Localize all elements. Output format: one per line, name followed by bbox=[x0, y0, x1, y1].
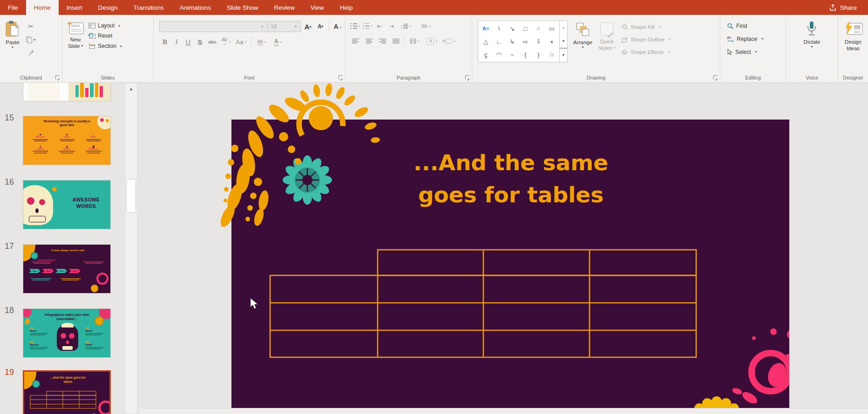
line-spacing-button[interactable]: ↕▾ bbox=[399, 21, 413, 31]
shape-rectangle[interactable]: □ bbox=[519, 22, 532, 35]
shape-arc[interactable]: ◠ bbox=[492, 48, 505, 61]
clear-formatting-button[interactable]: A bbox=[332, 21, 344, 32]
font-color-button[interactable]: A▾ bbox=[270, 37, 286, 47]
shape-triangle[interactable]: △ bbox=[479, 35, 492, 48]
share-label: Share bbox=[840, 4, 857, 11]
clipboard-dialog-launcher[interactable] bbox=[55, 75, 60, 80]
copy-button[interactable]: ▾ bbox=[25, 34, 36, 45]
tab-design[interactable]: Design bbox=[90, 0, 126, 15]
text-direction-icon: ‖A bbox=[422, 23, 427, 29]
shape-freeform[interactable]: ◖ bbox=[545, 35, 558, 48]
replace-button[interactable]: ab↳ac Replace ▾ bbox=[727, 34, 786, 43]
shape-star[interactable]: ☆ bbox=[545, 48, 558, 61]
arrange-button[interactable]: Arrange ▾ bbox=[573, 20, 592, 62]
character-spacing-button[interactable]: AV↔ ▾ bbox=[219, 37, 233, 47]
thumbnail-slide-19-selected[interactable]: ...And the same goes for tables bbox=[23, 370, 111, 414]
tab-review[interactable]: Review bbox=[266, 0, 302, 15]
shapes-scroll-down[interactable]: ▼ bbox=[560, 34, 567, 48]
shape-effects-button[interactable]: Shape Effects▾ bbox=[621, 47, 671, 56]
highlight-color-button[interactable]: ab▾ bbox=[254, 37, 270, 47]
shape-line-arrow[interactable]: ↘ bbox=[506, 22, 519, 35]
shape-line[interactable]: \ bbox=[492, 22, 505, 35]
layout-button[interactable]: Layout▾ bbox=[88, 22, 122, 29]
shape-elbow-arrow[interactable]: ↳ bbox=[506, 35, 519, 48]
tab-animations[interactable]: Animations bbox=[172, 0, 219, 15]
tab-insert[interactable]: Insert bbox=[59, 0, 90, 15]
shape-outline-button[interactable]: Shape Outline▾ bbox=[621, 35, 671, 44]
paste-button[interactable]: Paste ▾ bbox=[5, 20, 20, 58]
shrink-font-button[interactable]: A▾ bbox=[315, 21, 326, 32]
align-left-button[interactable] bbox=[350, 36, 360, 46]
change-case-button[interactable]: Aa▾ bbox=[234, 37, 249, 47]
bullets-button[interactable]: ▾ bbox=[350, 21, 360, 31]
select-button[interactable]: Select ▾ bbox=[727, 47, 786, 56]
underline-button[interactable]: U bbox=[183, 37, 194, 47]
text-shadow-button[interactable]: S bbox=[194, 37, 205, 47]
increase-indent-button[interactable]: ⇥ bbox=[387, 21, 397, 31]
align-text-button[interactable]: ⇅▾ bbox=[425, 36, 439, 46]
thumbnail-slide-14-partial[interactable] bbox=[23, 83, 111, 101]
horizontal-scrollbar[interactable] bbox=[140, 408, 868, 414]
slide-title[interactable]: ...And the same goes for tables bbox=[366, 147, 655, 211]
tab-view[interactable]: View bbox=[303, 0, 332, 15]
shape-left-brace[interactable]: { bbox=[519, 48, 532, 61]
decrease-indent-icon: ⇤ bbox=[377, 23, 382, 30]
thumbnail-scrollbar-thumb[interactable] bbox=[126, 179, 136, 213]
font-name-combobox[interactable]: ▾ bbox=[159, 21, 267, 32]
select-cursor-icon bbox=[727, 49, 732, 55]
section-icon bbox=[88, 43, 95, 49]
shape-fill-button[interactable]: Shape Fill▾ bbox=[621, 22, 671, 31]
text-direction-button[interactable]: ‖A▾ bbox=[418, 21, 434, 31]
shape-rounded-rectangle[interactable]: ▭ bbox=[545, 22, 558, 35]
italic-button[interactable]: I bbox=[171, 37, 182, 47]
decrease-indent-button[interactable]: ⇤ bbox=[374, 21, 385, 31]
design-ideas-button[interactable]: Design Ideas bbox=[843, 20, 863, 52]
tab-home[interactable]: Home bbox=[26, 0, 59, 15]
bold-button[interactable]: B bbox=[159, 37, 170, 47]
shapes-more-button[interactable]: ▼ bbox=[560, 48, 567, 62]
shape-curve[interactable]: ~ bbox=[506, 48, 519, 61]
tab-transitions[interactable]: Transitions bbox=[126, 0, 172, 15]
thumbnail-slide-18[interactable]: Infographics make your idea understable.… bbox=[23, 308, 111, 358]
tab-slide-show[interactable]: Slide Show bbox=[219, 0, 266, 15]
dictate-button[interactable]: Dictate ▾ bbox=[804, 20, 821, 49]
align-center-button[interactable] bbox=[364, 36, 374, 46]
paragraph-dialog-launcher[interactable] bbox=[465, 75, 469, 80]
shape-text-box[interactable]: A≡ bbox=[479, 22, 492, 35]
share-button[interactable]: Share bbox=[818, 0, 868, 15]
columns-button[interactable]: ▾ bbox=[408, 36, 422, 46]
slide-table[interactable] bbox=[270, 250, 696, 357]
cut-button[interactable]: ✂ bbox=[25, 21, 36, 32]
convert-smartart-button[interactable]: ▾ bbox=[442, 36, 456, 46]
shapes-scroll-up[interactable]: ▲ bbox=[560, 21, 567, 34]
shape-right-brace[interactable]: } bbox=[532, 48, 545, 61]
format-painter-button[interactable] bbox=[25, 47, 36, 58]
font-dialog-launcher[interactable] bbox=[339, 75, 343, 80]
quick-styles-button[interactable]: Quick Styles▾ bbox=[598, 20, 616, 62]
grow-font-button[interactable]: A▴ bbox=[302, 21, 314, 32]
section-button[interactable]: Section▾ bbox=[88, 43, 122, 49]
thumbnail-slide-16[interactable]: AWESOME WORDS bbox=[23, 180, 111, 229]
tab-file[interactable]: File bbox=[0, 0, 26, 15]
font-size-combobox[interactable]: 16▾ bbox=[268, 21, 301, 32]
strikethrough-button[interactable]: abc bbox=[206, 37, 219, 47]
numbering-button[interactable]: ▾ bbox=[362, 21, 373, 31]
slide-canvas[interactable]: ...And the same goes for tables bbox=[140, 83, 868, 414]
drawing-dialog-launcher[interactable] bbox=[713, 75, 718, 80]
tab-help[interactable]: Help bbox=[332, 0, 361, 15]
thumbnail-scrollbar[interactable]: ▲ bbox=[125, 83, 137, 414]
reset-button[interactable]: Reset bbox=[88, 33, 122, 39]
shape-arrow-down[interactable]: ⇩ bbox=[532, 35, 545, 48]
shape-arrow-right[interactable]: ⇨ bbox=[519, 35, 532, 48]
shape-scribble[interactable]: ϛ bbox=[479, 48, 492, 61]
thumbnail-slide-17[interactable]: Day 1 A time always works well Day 1 Day… bbox=[23, 244, 111, 294]
thumbnail-scroll-up-icon[interactable]: ▲ bbox=[125, 83, 137, 94]
justify-button[interactable] bbox=[391, 36, 401, 46]
shape-oval[interactable]: ○ bbox=[532, 22, 545, 35]
align-right-button[interactable] bbox=[377, 36, 387, 46]
shape-elbow-connector[interactable]: ∟ bbox=[492, 35, 505, 48]
thumbnail-slide-15[interactable]: Reviewing concepts is usually a good ide… bbox=[23, 116, 111, 165]
new-slide-button[interactable]: New Slide▾ bbox=[66, 20, 85, 49]
find-button[interactable]: Find bbox=[727, 21, 786, 30]
align-right-icon bbox=[379, 39, 386, 44]
